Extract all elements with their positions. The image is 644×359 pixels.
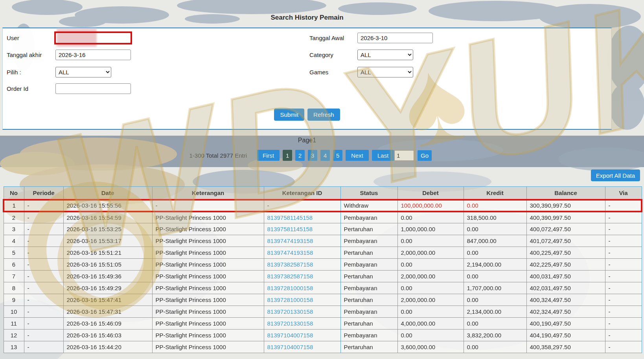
page-button-4[interactable]: 4 — [320, 150, 330, 161]
cell-balance: 400,190,497.50 — [526, 318, 605, 330]
keterangan-id-link[interactable]: 81397104007158 — [264, 341, 340, 353]
export-all-data-button[interactable]: Export All Data — [591, 169, 640, 181]
cell-balance: 402,225,497.50 — [526, 259, 605, 271]
cell-periode: - — [24, 212, 63, 223]
cell-date: 2026-03-16 15:46:03 — [63, 330, 152, 341]
cell-periode: - — [24, 247, 63, 259]
cell-status: Pembayaran — [340, 282, 397, 294]
cell-balance: 400,390,997.50 — [526, 212, 605, 223]
cell-status: Pertaruhan — [340, 271, 397, 282]
page-button-next[interactable]: Next — [346, 150, 369, 161]
cell-debet: 4,000,000.00 — [397, 318, 464, 330]
cell-date: 2026-03-16 15:51:21 — [63, 247, 152, 259]
table-header-row: NoPeriodeDateKeteranganKeterangan IDStat… — [4, 187, 642, 200]
keterangan-id-link[interactable]: 81397201330158 — [264, 318, 340, 330]
cell-kredit: 2,194,000.00 — [464, 259, 526, 271]
cell-status: Pertaruhan — [340, 341, 397, 353]
cell-kredit: 0.00 — [464, 341, 526, 353]
cell-no: 12 — [4, 330, 24, 341]
table-row: 7-2026-03-16 15:49:36PP-Starlight Prince… — [4, 271, 642, 282]
table-row: 6-2026-03-16 15:51:05PP-Starlight Prince… — [4, 259, 642, 271]
current-page-label: Page1 — [0, 137, 614, 144]
cell-periode: - — [24, 235, 63, 247]
column-header: Keterangan ID — [264, 187, 340, 200]
keterangan-id-link[interactable]: 81397581145158 — [264, 223, 340, 235]
page-button-last[interactable]: Last — [372, 150, 394, 161]
keterangan-id-link[interactable]: 81397474193158 — [264, 235, 340, 247]
cell-kredit: 0.00 — [464, 247, 526, 259]
cell-debet: 0.00 — [397, 330, 464, 341]
cell-via: - — [605, 235, 642, 247]
submit-button[interactable]: Submit — [274, 109, 304, 121]
cell-kredit: 1,707,000.00 — [464, 282, 526, 294]
cell-kredit: 3,832,200.00 — [464, 330, 526, 341]
column-header: Periode — [24, 187, 63, 200]
tanggal-awal-input[interactable] — [357, 33, 433, 43]
keterangan-id-link[interactable]: 81397201330158 — [264, 306, 340, 318]
cell-via: - — [605, 330, 642, 341]
page-button-1[interactable]: 1 — [283, 150, 292, 161]
cell-keterangan: PP-Starlight Princess 1000 — [152, 306, 264, 318]
cell-via: - — [605, 271, 642, 282]
page-button-3[interactable]: 3 — [308, 150, 317, 161]
cell-no: 11 — [4, 318, 24, 330]
table-body: 1-2026-03-16 15:55:56--Withdraw100,000,0… — [4, 200, 642, 353]
cell-periode: - — [24, 306, 63, 318]
cell-debet: 2,000,000.00 — [397, 247, 464, 259]
order-id-input[interactable] — [55, 83, 131, 94]
cell-via: - — [605, 247, 642, 259]
table-row: 3-2026-03-16 15:53:25PP-Starlight Prince… — [4, 223, 642, 235]
cell-date: 2026-03-16 15:49:29 — [63, 282, 152, 294]
cell-keterangan: PP-Starlight Princess 1000 — [152, 330, 264, 341]
cell-keterangan: PP-Starlight Princess 1000 — [152, 294, 264, 306]
cell-keterangan: PP-Starlight Princess 1000 — [152, 318, 264, 330]
cell-periode: - — [24, 259, 63, 271]
page-title: Search History Pemain — [0, 14, 614, 22]
page-button-2[interactable]: 2 — [295, 150, 305, 161]
keterangan-id-link[interactable]: 81397581145158 — [264, 212, 340, 223]
keterangan-id-link[interactable]: 81397104007158 — [264, 330, 340, 341]
cell-balance: 402,324,497.50 — [526, 306, 605, 318]
tanggal-akhir-input[interactable] — [55, 50, 131, 60]
table-row: 2-2026-03-16 15:54:59PP-Starlight Prince… — [4, 212, 642, 223]
page-button-5[interactable]: 5 — [333, 150, 342, 161]
page-button-first[interactable]: First — [257, 150, 280, 161]
column-header: Via — [605, 187, 642, 200]
keterangan-id-link[interactable]: 81397281000158 — [264, 294, 340, 306]
cell-balance: 401,072,497.50 — [526, 235, 605, 247]
cell-kredit: 0.00 — [464, 223, 526, 235]
user-label: User — [7, 35, 55, 41]
cell-periode: - — [24, 318, 63, 330]
column-header: Kredit — [464, 187, 526, 200]
category-select[interactable]: ALL — [357, 50, 413, 60]
cell-periode: - — [24, 271, 63, 282]
keterangan-id-link[interactable]: 81397474193158 — [264, 247, 340, 259]
table-row: 12-2026-03-16 15:46:03PP-Starlight Princ… — [4, 330, 642, 341]
cell-debet: 1,000,000.00 — [397, 223, 464, 235]
entries-info: 1-300 Total 2977 Entri — [164, 152, 247, 159]
pilih-select[interactable]: ALL — [55, 67, 111, 77]
refresh-button[interactable]: Refresh — [307, 109, 340, 121]
goto-page-input[interactable] — [394, 150, 414, 161]
go-button[interactable]: Go — [418, 150, 432, 161]
table-row: 1-2026-03-16 15:55:56--Withdraw100,000,0… — [4, 200, 642, 212]
table-row: 5-2026-03-16 15:51:21PP-Starlight Prince… — [4, 247, 642, 259]
cell-debet: 2,000,000.00 — [397, 271, 464, 282]
cell-via: - — [605, 282, 642, 294]
cell-date: 2026-03-16 15:47:41 — [63, 294, 152, 306]
keterangan-id-link[interactable]: 81397382587158 — [264, 271, 340, 282]
cell-no: 6 — [4, 259, 24, 271]
cell-balance: 400,225,497.50 — [526, 247, 605, 259]
cell-status: Pembayaran — [340, 212, 397, 223]
cell-debet: 0.00 — [397, 282, 464, 294]
games-select[interactable]: ALL — [357, 67, 413, 77]
cell-date: 2026-03-16 15:44:20 — [63, 341, 152, 353]
keterangan-id-link[interactable]: 81397281000158 — [264, 282, 340, 294]
cell-via: - — [605, 294, 642, 306]
cell-date: 2026-03-16 15:53:17 — [63, 235, 152, 247]
cell-balance: 402,031,497.50 — [526, 282, 605, 294]
cell-balance: 400,072,497.50 — [526, 223, 605, 235]
keterangan-id-link[interactable]: 81397382587158 — [264, 259, 340, 271]
cell-balance: 400,324,497.50 — [526, 294, 605, 306]
cell-date: 2026-03-16 15:51:05 — [63, 259, 152, 271]
